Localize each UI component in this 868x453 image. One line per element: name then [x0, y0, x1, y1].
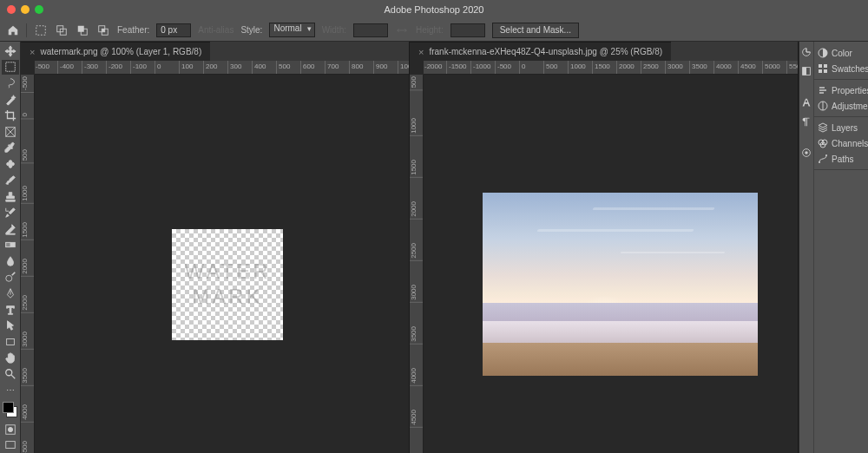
canvas-area-1[interactable]: WATER MARK — [35, 75, 409, 453]
blur-tool[interactable] — [2, 253, 19, 269]
color-swatches[interactable] — [2, 400, 19, 420]
maximize-window-icon[interactable] — [35, 5, 43, 14]
selection-new-icon[interactable] — [34, 23, 48, 37]
height-input — [450, 23, 485, 37]
ruler-tick: 1000 — [410, 118, 424, 136]
crop-tool[interactable] — [2, 108, 19, 123]
close-tab-icon[interactable]: × — [418, 47, 424, 57]
more-tools-icon[interactable]: ⋯ — [2, 383, 19, 398]
horizontal-ruler-2[interactable]: -2000-1500-1000-500050010001500200025003… — [424, 61, 798, 75]
ruler-tick: 3000 — [665, 61, 685, 75]
document-tab-1[interactable]: × watermark.png @ 100% (Layer 1, RGB/8) — [21, 42, 210, 61]
ruler-tick: -100 — [130, 61, 148, 75]
svg-rect-21 — [803, 68, 806, 76]
ruler-tick: 2500 — [410, 243, 424, 261]
swatches-icon — [818, 63, 828, 74]
ruler-tick: 2500 — [21, 295, 35, 313]
character-panel-icon[interactable] — [799, 95, 813, 109]
eyedropper-tool[interactable] — [2, 141, 19, 156]
history-brush-tool[interactable] — [2, 205, 19, 220]
foreground-swatch[interactable] — [3, 402, 14, 413]
heal-tool[interactable] — [2, 156, 19, 172]
horizontal-ruler-1[interactable]: -500-400-300-200-10001002003004005006007… — [35, 61, 409, 75]
pen-tool[interactable] — [2, 286, 19, 301]
frame-tool[interactable] — [2, 124, 19, 140]
ruler-tick: 4000 — [410, 368, 424, 386]
stamp-tool[interactable] — [2, 188, 19, 204]
dodge-tool[interactable] — [2, 270, 19, 286]
history-panel-icon[interactable] — [799, 45, 813, 59]
tab-bar-1: × watermark.png @ 100% (Layer 1, RGB/8) — [21, 42, 409, 61]
fill-panel-icon[interactable] — [799, 64, 813, 78]
sand-region — [483, 343, 758, 376]
adjustments-icon — [818, 101, 828, 111]
vertical-ruler-2[interactable]: 50010001500200025003000350040004500 — [410, 75, 424, 453]
properties-panel-tab[interactable]: Properties — [814, 82, 868, 98]
wand-tool[interactable] — [2, 92, 19, 108]
watermark-canvas[interactable]: WATER MARK — [172, 229, 283, 340]
ruler-tick: 700 — [325, 61, 340, 75]
svg-point-14 — [5, 276, 11, 282]
hand-tool[interactable] — [2, 351, 19, 366]
canvas-area-2[interactable] — [424, 75, 798, 453]
title-bar: Adobe Photoshop 2020 — [0, 0, 868, 19]
svg-point-33 — [819, 161, 820, 163]
layers-icon — [818, 122, 828, 133]
close-tab-icon[interactable]: × — [30, 47, 35, 57]
style-select[interactable]: Normal — [269, 23, 314, 37]
feather-input[interactable] — [156, 23, 191, 37]
svg-rect-15 — [6, 338, 14, 345]
ruler-tick: 0 — [519, 61, 527, 75]
ruler-tick: 3000 — [410, 285, 424, 303]
beach-photo-canvas[interactable] — [483, 193, 758, 376]
antialias-label: Anti-alias — [198, 25, 233, 35]
ruler-tick: -500 — [21, 76, 35, 93]
svg-rect-25 — [819, 64, 822, 68]
ruler-tick: 3500 — [21, 368, 35, 386]
brush-panel-icon[interactable] — [799, 146, 813, 160]
select-and-mask-button[interactable]: Select and Mask... — [492, 23, 579, 38]
vertical-ruler-1[interactable]: -500050010001500200025003000350040004500 — [21, 75, 35, 453]
ruler-tick: -1500 — [446, 61, 468, 75]
color-panel-tab[interactable]: Color — [814, 45, 868, 61]
ruler-tick: -500 — [495, 61, 513, 75]
ruler-tick: 3000 — [21, 332, 35, 350]
ruler-tick: 4500 — [21, 441, 35, 453]
minimize-window-icon[interactable] — [21, 5, 30, 14]
rectangle-tool[interactable] — [2, 334, 19, 350]
marquee-tool[interactable] — [2, 60, 19, 76]
type-tool[interactable] — [2, 302, 19, 318]
move-tool[interactable] — [2, 43, 19, 59]
tab-bar-2: × frank-mckenna-eXHeq48Z-Q4-unsplash.jpg… — [410, 42, 798, 61]
selection-intersect-icon[interactable] — [96, 23, 110, 37]
watermark-text: WATER MARK — [185, 259, 271, 310]
home-icon[interactable] — [7, 24, 19, 36]
properties-icon — [818, 85, 828, 95]
ruler-tick: 300 — [227, 61, 243, 75]
ruler-tick: 4000 — [713, 61, 733, 75]
channels-panel-tab[interactable]: Channels — [814, 135, 868, 151]
channels-icon — [818, 138, 828, 148]
swatches-panel-tab[interactable]: Swatches — [814, 61, 868, 76]
close-window-icon[interactable] — [7, 5, 16, 14]
svg-rect-7 — [102, 29, 105, 32]
screenmode-tool[interactable] — [2, 437, 19, 453]
eraser-tool[interactable] — [2, 221, 19, 237]
paths-panel-tab[interactable]: Paths — [814, 151, 868, 167]
selection-subtract-icon[interactable] — [76, 23, 89, 37]
brush-tool[interactable] — [2, 173, 19, 188]
ruler-tick: 1000 — [568, 61, 588, 75]
ruler-tick: 2000 — [616, 61, 636, 75]
paragraph-panel-icon[interactable] — [799, 115, 813, 128]
zoom-tool[interactable] — [2, 366, 19, 382]
layers-panel-tab[interactable]: Layers — [814, 120, 868, 135]
right-panels: Color Swatches Properties Adjustments La… — [799, 42, 868, 453]
document-tab-2[interactable]: × frank-mckenna-eXHeq48Z-Q4-unsplash.jpg… — [410, 42, 671, 61]
adjustments-panel-tab[interactable]: Adjustments — [814, 98, 868, 114]
selection-add-icon[interactable] — [55, 23, 69, 37]
path-select-tool[interactable] — [2, 318, 19, 333]
lasso-tool[interactable] — [2, 76, 19, 91]
gradient-tool[interactable] — [2, 237, 19, 253]
quickmask-tool[interactable] — [2, 422, 19, 437]
ruler-tick: 2000 — [21, 259, 35, 277]
